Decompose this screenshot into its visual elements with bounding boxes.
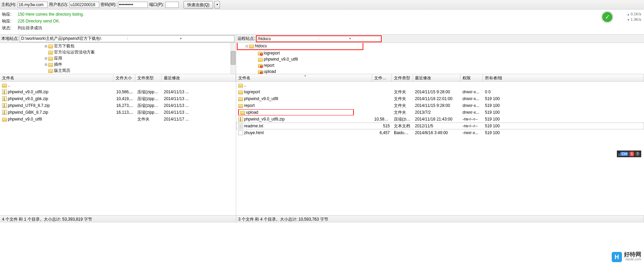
tree-item[interactable]: ⊞插件 xyxy=(0,61,236,67)
file-row[interactable]: phpwind_v9.0_utf8.zip10,586,...压缩(zippe.… xyxy=(0,89,236,95)
transfer-speed: 0.1K/s 1.3K/s xyxy=(627,12,641,22)
chevron-down-icon[interactable]: ▼ xyxy=(319,37,381,40)
log-tag: 状态: xyxy=(2,25,18,31)
folder-icon xyxy=(258,58,263,62)
chevron-down-icon[interactable]: ▼ xyxy=(127,37,234,40)
local-status: 4 个文件 和 1 个目录。大小总计: 53,393,819 字节 xyxy=(0,216,236,223)
local-grid-header[interactable]: 文件名 文件大小 文件类型 最近修改 xyxy=(0,74,236,82)
tree-item[interactable]: logreport xyxy=(236,50,644,56)
folder-icon xyxy=(238,104,243,108)
log-text: 150 Here comes the directory listing. xyxy=(18,11,84,18)
ime-help-icon[interactable]: ? xyxy=(635,152,640,156)
port-label: 端口(P): xyxy=(149,2,164,7)
zip-icon xyxy=(238,117,243,122)
watermark: H 好特网haote.com xyxy=(612,252,641,262)
tree-label: logreport xyxy=(264,51,280,55)
connection-toolbar: 主机(H): 用户名(U): 密码(W): 端口(P): 快速连接(Q) ▼ xyxy=(0,0,644,10)
file-row[interactable]: phpwind_v9.0_utf8.zip10,586...压缩(zip...2… xyxy=(236,116,644,123)
tree-item[interactable]: phpwind_v9.0_utf8 xyxy=(236,56,644,62)
local-path-combo[interactable]: D:\work\work\主机产品\phpwind\官方下载包\▼ xyxy=(20,35,234,42)
zip-icon xyxy=(2,96,7,101)
folder-icon xyxy=(238,84,243,87)
file-row[interactable]: .. xyxy=(0,82,236,89)
watermark-logo-icon: H xyxy=(612,252,622,262)
quickconnect-dropdown[interactable]: ▼ xyxy=(214,1,220,9)
tree-item[interactable]: 官方论坛运营活动方案 xyxy=(0,49,236,55)
status-bar: 4 个文件 和 1 个目录。大小总计: 53,393,819 字节 3 个文件 … xyxy=(0,215,644,223)
zip-icon xyxy=(2,103,7,108)
file-row[interactable]: phpwind_v9.0_gbk.zip10,419,...压缩(zippe..… xyxy=(0,95,236,102)
user-label: 用户名(U): xyxy=(49,2,68,7)
remote-path-combo[interactable]: /htdocs▼ xyxy=(256,35,382,42)
txt-icon xyxy=(238,124,243,128)
file-row[interactable]: readme.txt515文本文档2012/11/5-rw-r--r--519 … xyxy=(236,123,644,129)
file-row[interactable]: zhuye.html6,457BaiduBr...2014/8/16 3:49:… xyxy=(236,129,644,136)
folder-icon xyxy=(249,45,254,48)
grip-icon[interactable] xyxy=(618,154,619,155)
tree-item[interactable]: ⊞应用 xyxy=(0,55,236,61)
tree-label: 版主简历 xyxy=(54,68,70,74)
folder-icon xyxy=(48,69,53,73)
host-input[interactable] xyxy=(18,2,48,8)
folder-q-icon xyxy=(258,70,263,74)
tree-label: htdocs xyxy=(255,44,267,48)
file-row[interactable]: phpwind_v9.0_utf8文件夹2014/11/17 ... xyxy=(0,116,236,123)
folder-q-icon xyxy=(258,64,263,68)
folder-icon xyxy=(48,45,53,48)
tree-label: 官方论坛运营活动方案 xyxy=(54,49,95,55)
log-tag: 响应: xyxy=(2,18,18,25)
user-input[interactable] xyxy=(69,2,99,8)
tree-label: report xyxy=(264,63,274,68)
ime-sogou-icon[interactable]: S xyxy=(629,152,634,156)
html-icon xyxy=(238,130,243,135)
tree-twisty[interactable]: ⊞ xyxy=(43,63,48,66)
remote-tree[interactable]: ⊟htdocslogreportphpwind_v9.0_utf8reportu… xyxy=(236,43,644,74)
local-grid[interactable]: ..phpwind_v9.0_utf8.zip10,586,...压缩(zipp… xyxy=(0,82,236,215)
file-row[interactable]: upload文件夹2013/7/2drwxr-x...519 100 xyxy=(236,109,644,116)
remote-grid-header[interactable]: 文件名 文件大小 文件类型 最近修改 权限 所有者/组 xyxy=(236,74,644,82)
file-row[interactable]: logreport文件夹2014/11/15 9:28:00drwxr-x...… xyxy=(236,89,644,95)
file-row[interactable]: .. xyxy=(236,82,644,89)
remote-status: 3 个文件 和 4 个目录。大小总计: 10,593,763 字节 xyxy=(236,216,644,223)
local-tree[interactable]: ⊞官方下载包官方论坛运营活动方案⊞应用⊞插件版主简历 xyxy=(0,43,236,74)
tree-twisty[interactable]: ⊞ xyxy=(43,44,48,48)
file-row[interactable]: phpwind_GBK_8.7.zip16,113,...压缩(zippe...… xyxy=(0,109,236,116)
tree-label: 应用 xyxy=(54,55,62,61)
zip-icon xyxy=(2,90,7,94)
zip-icon xyxy=(2,110,7,115)
pass-label: 密码(W): xyxy=(101,2,117,7)
port-input[interactable] xyxy=(165,2,179,8)
log-text: 列出目录成功 xyxy=(18,25,42,31)
tree-item[interactable]: report xyxy=(236,62,644,68)
tree-label: 插件 xyxy=(54,62,62,67)
log-tag: 响应: xyxy=(2,11,18,18)
file-row[interactable]: phpwind_UTF8_8.7.zip16,273,...压缩(zippe..… xyxy=(0,102,236,109)
tree-label: phpwind_v9.0_utf8 xyxy=(264,57,298,62)
status-ok-icon: ✓ xyxy=(601,11,613,23)
ime-ch-icon[interactable]: CH xyxy=(620,152,628,156)
local-pane: 本地站点: D:\work\work\主机产品\phpwind\官方下载包\▼ … xyxy=(0,35,236,215)
folder-icon xyxy=(240,111,245,115)
tree-twisty[interactable]: ⊟ xyxy=(244,44,249,48)
ime-tray[interactable]: CH S ? xyxy=(617,150,641,157)
scrollbar[interactable] xyxy=(230,43,236,74)
tree-item[interactable]: ⊞官方下载包 xyxy=(0,43,236,49)
remote-grid[interactable]: ..logreport文件夹2014/11/15 9:28:00drwxr-x.… xyxy=(236,82,644,215)
folder-icon xyxy=(48,63,53,67)
remote-pane: 远程站点: /htdocs▼ ⊟htdocslogreportphpwind_v… xyxy=(236,35,644,215)
pass-input[interactable] xyxy=(118,2,148,8)
folder-icon xyxy=(48,51,53,54)
folder-icon xyxy=(48,57,53,61)
file-row[interactable]: report文件夹2014/11/15 9:28:00drwxr-x...519… xyxy=(236,102,644,109)
folder-icon xyxy=(238,97,243,101)
log-pane: 响应:150 Here comes the directory listing.… xyxy=(0,10,644,35)
tree-twisty[interactable]: ⊞ xyxy=(43,57,48,60)
tree-item[interactable]: 版主简历 xyxy=(0,67,236,74)
folder-q-icon xyxy=(258,52,263,55)
tree-item[interactable]: upload xyxy=(236,68,644,74)
tree-item[interactable]: ⊟htdocs xyxy=(238,43,363,49)
file-row[interactable]: phpwind_v9.0_utf8文件夹2014/11/18 22:01:00d… xyxy=(236,95,644,102)
host-label: 主机(H): xyxy=(1,2,16,7)
folder-icon xyxy=(238,91,243,94)
quickconnect-button[interactable]: 快速连接(Q) xyxy=(184,1,213,9)
